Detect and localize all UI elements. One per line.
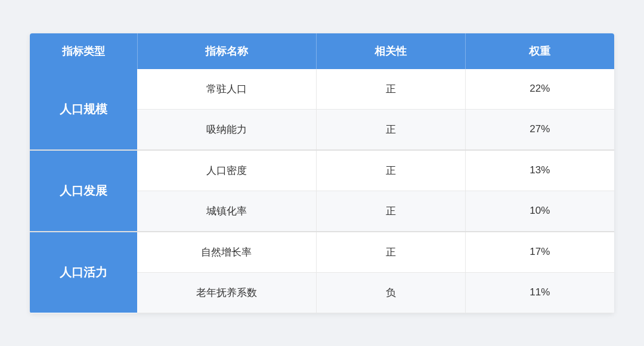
main-table-container: 指标类型 指标名称 相关性 权重 人口规模常驻人口正22%吸纳能力正27%人口发… <box>30 33 614 313</box>
header-col-type: 指标类型 <box>30 33 137 69</box>
indicator-relevance: 正 <box>316 150 465 191</box>
header-col-relevance: 相关性 <box>316 33 465 69</box>
indicator-relevance: 负 <box>316 272 465 313</box>
indicator-name: 常驻人口 <box>137 69 316 110</box>
indicator-relevance: 正 <box>316 69 465 110</box>
category-cell-1: 人口发展 <box>30 150 137 232</box>
indicator-weight: 13% <box>465 150 614 191</box>
category-cell-0: 人口规模 <box>30 69 137 150</box>
category-cell-2: 人口活力 <box>30 232 137 313</box>
table-row: 人口活力自然增长率正17% <box>30 232 614 273</box>
header-col-name: 指标名称 <box>137 33 316 69</box>
indicator-relevance: 正 <box>316 191 465 232</box>
indicator-weight: 27% <box>465 109 614 150</box>
indicator-name: 城镇化率 <box>137 191 316 232</box>
indicator-weight: 22% <box>465 69 614 110</box>
data-table: 指标类型 指标名称 相关性 权重 人口规模常驻人口正22%吸纳能力正27%人口发… <box>30 33 614 313</box>
indicator-name: 吸纳能力 <box>137 109 316 150</box>
table-header-row: 指标类型 指标名称 相关性 权重 <box>30 33 614 69</box>
indicator-weight: 11% <box>465 272 614 313</box>
table-body: 人口规模常驻人口正22%吸纳能力正27%人口发展人口密度正13%城镇化率正10%… <box>30 69 614 313</box>
indicator-relevance: 正 <box>316 232 465 273</box>
indicator-name: 老年抚养系数 <box>137 272 316 313</box>
indicator-relevance: 正 <box>316 109 465 150</box>
indicator-name: 人口密度 <box>137 150 316 191</box>
indicator-weight: 10% <box>465 191 614 232</box>
table-row: 人口发展人口密度正13% <box>30 150 614 191</box>
header-col-weight: 权重 <box>465 33 614 69</box>
indicator-weight: 17% <box>465 232 614 273</box>
indicator-name: 自然增长率 <box>137 232 316 273</box>
table-row: 人口规模常驻人口正22% <box>30 69 614 110</box>
